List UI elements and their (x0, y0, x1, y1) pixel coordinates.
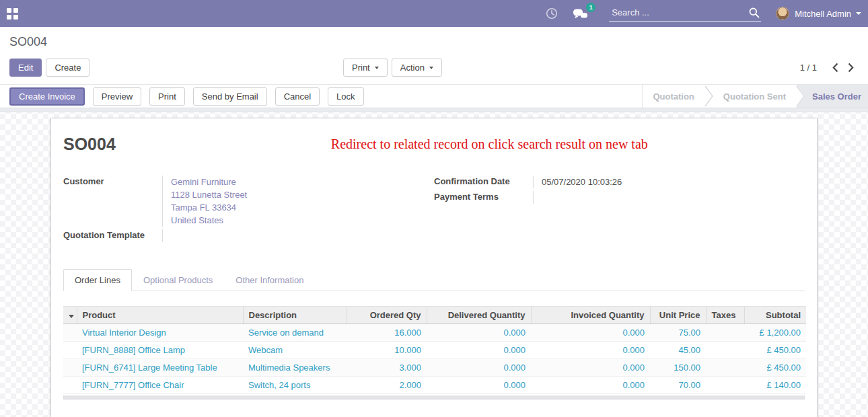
statusbar-buttons: Create Invoice Preview Print Send by Ema… (9, 87, 364, 106)
stage-quotation-sent[interactable]: Quotation Sent (713, 85, 796, 108)
header-taxes[interactable]: Taxes (706, 307, 744, 324)
cell-ordered[interactable]: 2.000 (347, 377, 427, 394)
stage-separator-icon (704, 85, 713, 107)
cell-delivered[interactable]: 0.000 (427, 359, 531, 377)
customer-label: Customer (63, 176, 162, 227)
control-buttons-row: Edit Create Print Action 1 / 1 (9, 57, 859, 77)
user-name: Mitchell Admin (795, 9, 851, 19)
activities-clock-icon[interactable] (546, 7, 558, 20)
cell-description[interactable]: Webcam (243, 342, 347, 359)
cell-product[interactable]: [FURN_6741] Large Meeting Table (77, 359, 243, 377)
cell-invoiced[interactable]: 0.000 (531, 359, 650, 377)
tab-other-information[interactable]: Other Information (224, 269, 315, 291)
status-pipeline: Quotation Quotation Sent Sales Order (642, 85, 868, 108)
apps-menu-icon[interactable] (7, 8, 18, 20)
cell-taxes[interactable] (706, 377, 744, 394)
tab-optional-products[interactable]: Optional Products (132, 269, 224, 291)
search-icon[interactable] (749, 7, 760, 18)
pager-previous-icon[interactable] (828, 63, 843, 73)
annotation-text: Redirect to related record on click sear… (331, 137, 648, 152)
status-bar: Create Invoice Preview Print Send by Ema… (0, 84, 868, 108)
cell-invoiced[interactable]: 0.000 (531, 342, 650, 359)
payment-terms-value[interactable] (533, 191, 805, 204)
confirmation-date-value: 05/07/2020 10:03:26 (533, 176, 805, 188)
pager-count: 1 / 1 (800, 63, 817, 73)
preview-button[interactable]: Preview (93, 87, 141, 106)
customer-city[interactable]: Tampa FL 33634 (171, 201, 434, 214)
sheet-header: SO004 Redirect to related record on clic… (63, 135, 805, 154)
header-description[interactable]: Description (243, 307, 347, 324)
order-lines-table: Product Description Ordered Qty Delivere… (63, 306, 806, 394)
field-group-left: Customer Gemini Furniture 1128 Lunetta S… (63, 176, 434, 245)
create-invoice-button[interactable]: Create Invoice (9, 87, 85, 106)
user-menu[interactable]: Mitchell Admin (776, 7, 861, 20)
header-unit-price[interactable]: Unit Price (650, 307, 706, 324)
table-footer-strip (63, 395, 805, 400)
stage-quotation[interactable]: Quotation (643, 85, 704, 108)
tab-order-lines[interactable]: Order Lines (63, 269, 132, 291)
pager-next-icon[interactable] (843, 63, 859, 73)
cell-subtotal[interactable]: £ 1,200.00 (744, 324, 806, 342)
confirmation-date-field: Confirmation Date 05/07/2020 10:03:26 (434, 176, 805, 188)
table-row[interactable]: [FURN_6741] Large Meeting Table Multimed… (63, 359, 806, 377)
customer-country[interactable]: United States (171, 214, 434, 227)
table-header-row: Product Description Ordered Qty Delivere… (63, 307, 806, 324)
customer-name-link[interactable]: Gemini Furniture (171, 176, 434, 188)
column-toggle-cell (63, 307, 77, 324)
table-row[interactable]: [FURN_7777] Office Chair Switch, 24 port… (63, 377, 806, 394)
header-product[interactable]: Product (77, 307, 243, 324)
print-dropdown[interactable]: Print (343, 59, 388, 77)
table-row[interactable]: [FURN_8888] Office Lamp Webcam 10.000 0.… (63, 342, 806, 359)
stage-sales-order[interactable]: Sales Order (796, 85, 868, 108)
app-window: 1 Mitchell Admin SO004 Edit (0, 0, 868, 417)
content-top-strip (0, 108, 868, 112)
send-by-email-button[interactable]: Send by Email (193, 87, 267, 106)
action-dropdown[interactable]: Action (392, 59, 442, 77)
customer-street[interactable]: 1128 Lunetta Street (171, 188, 434, 201)
cell-product[interactable]: [FURN_7777] Office Chair (77, 377, 243, 394)
cell-unit-price[interactable]: 150.00 (650, 359, 706, 377)
global-search (609, 6, 761, 22)
cell-unit-price[interactable]: 75.00 (650, 324, 706, 342)
cell-description[interactable]: Service on demand (243, 324, 347, 342)
quotation-template-label: Quotation Template (63, 229, 162, 242)
cell-ordered[interactable]: 3.000 (347, 359, 427, 377)
messages-icon[interactable]: 1 (573, 7, 589, 20)
cell-ordered[interactable]: 16.000 (347, 324, 427, 342)
cell-invoiced[interactable]: 0.000 (531, 377, 650, 394)
messages-count-badge: 1 (586, 3, 595, 12)
cancel-button[interactable]: Cancel (275, 87, 320, 106)
print-button[interactable]: Print (149, 87, 185, 106)
cell-product[interactable]: [FURN_8888] Office Lamp (77, 342, 243, 359)
breadcrumb[interactable]: SO004 (9, 35, 859, 49)
form-sheet: SO004 Redirect to related record on clic… (50, 118, 818, 417)
header-subtotal[interactable]: Subtotal (744, 307, 806, 324)
search-input[interactable] (612, 7, 749, 17)
cell-taxes[interactable] (706, 324, 744, 342)
lock-button[interactable]: Lock (328, 87, 363, 106)
cell-invoiced[interactable]: 0.000 (531, 324, 650, 342)
customer-field: Customer Gemini Furniture 1128 Lunetta S… (63, 176, 434, 227)
create-button[interactable]: Create (46, 59, 89, 77)
header-ordered-qty[interactable]: Ordered Qty (347, 307, 427, 324)
quotation-template-value[interactable] (162, 229, 434, 242)
header-invoiced-quantity[interactable]: Invoiced Quantity (531, 307, 650, 324)
cell-delivered[interactable]: 0.000 (427, 342, 531, 359)
cell-unit-price[interactable]: 45.00 (650, 342, 706, 359)
table-row[interactable]: Virtual Interior Design Service on deman… (63, 324, 806, 342)
cell-taxes[interactable] (706, 342, 744, 359)
cell-subtotal[interactable]: £ 140.00 (744, 377, 806, 394)
cell-delivered[interactable]: 0.000 (427, 324, 531, 342)
edit-button[interactable]: Edit (9, 59, 42, 77)
cell-delivered[interactable]: 0.000 (427, 377, 531, 394)
cell-unit-price[interactable]: 70.00 (650, 377, 706, 394)
header-delivered-quantity[interactable]: Delivered Quantity (427, 307, 531, 324)
cell-ordered[interactable]: 10.000 (347, 342, 427, 359)
cell-taxes[interactable] (706, 359, 744, 377)
cell-description[interactable]: Multimedia Speakers (243, 359, 347, 377)
cell-subtotal[interactable]: £ 450.00 (744, 359, 806, 377)
cell-product[interactable]: Virtual Interior Design (77, 324, 243, 342)
cell-description[interactable]: Switch, 24 ports (243, 377, 347, 394)
column-toggle-icon[interactable] (69, 315, 74, 318)
cell-subtotal[interactable]: £ 450.00 (744, 342, 806, 359)
